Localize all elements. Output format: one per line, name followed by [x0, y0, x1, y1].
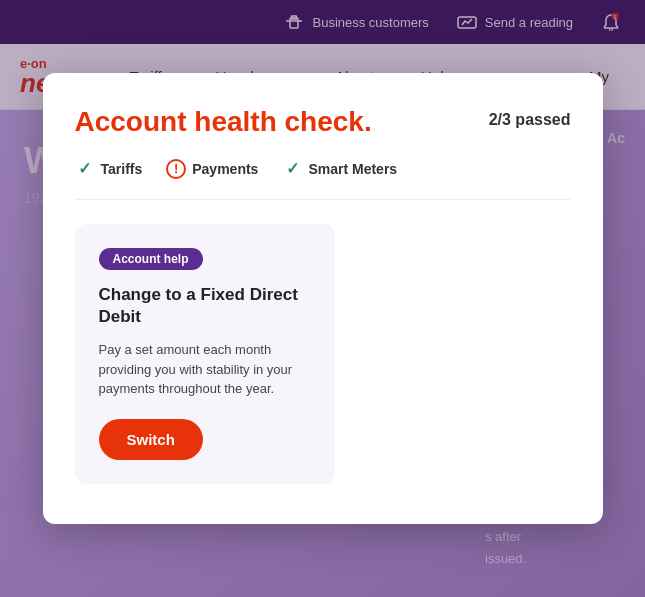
check-warn-icon: ! — [166, 159, 186, 179]
account-help-card: Account help Change to a Fixed Direct De… — [75, 224, 335, 484]
card-badge: Account help — [99, 248, 203, 270]
check-tariffs-label: Tariffs — [101, 161, 143, 177]
check-smart-meters: ✓ Smart Meters — [282, 159, 397, 179]
card-title: Change to a Fixed Direct Debit — [99, 284, 311, 328]
check-smart-meters-label: Smart Meters — [308, 161, 397, 177]
check-pass-icon: ✓ — [282, 159, 302, 179]
switch-button[interactable]: Switch — [99, 419, 203, 460]
check-tariffs: ✓ Tariffs — [75, 159, 143, 179]
check-payments-label: Payments — [192, 161, 258, 177]
modal-overlay: Account health check. 2/3 passed ✓ Tarif… — [0, 0, 645, 597]
check-pass-icon: ✓ — [75, 159, 95, 179]
modal-passed: 2/3 passed — [489, 105, 571, 129]
account-health-modal: Account health check. 2/3 passed ✓ Tarif… — [43, 73, 603, 523]
modal-title: Account health check. — [75, 105, 372, 139]
modal-header: Account health check. 2/3 passed — [75, 105, 571, 139]
modal-checks-row: ✓ Tariffs ! Payments ✓ Smart Meters — [75, 159, 571, 200]
card-body: Pay a set amount each month providing yo… — [99, 340, 311, 399]
check-payments: ! Payments — [166, 159, 258, 179]
